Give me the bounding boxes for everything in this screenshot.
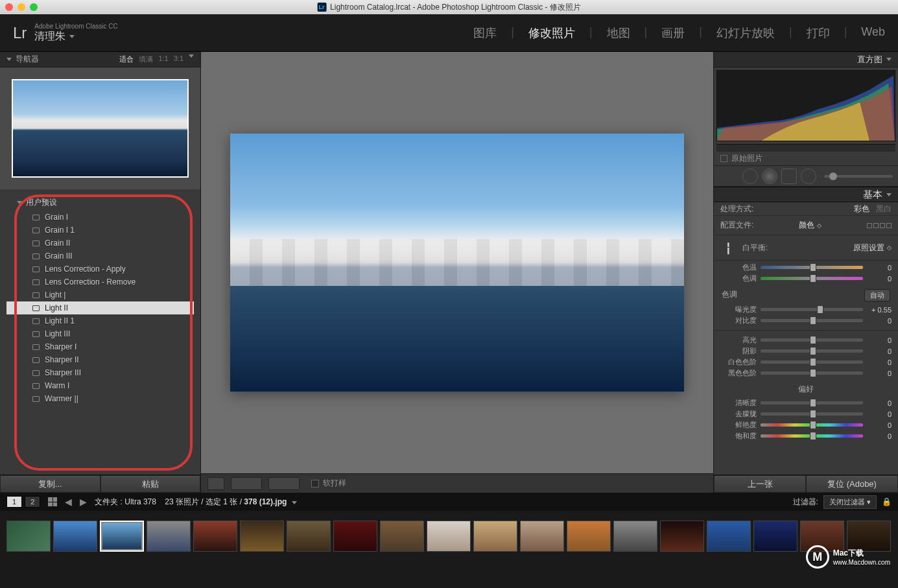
filter-dropdown[interactable]: 关闭过滤器 ▾ bbox=[823, 495, 877, 509]
preset-item[interactable]: Light | bbox=[6, 288, 194, 301]
folder-path[interactable]: 文件夹 : Ultra 378 bbox=[95, 497, 156, 506]
preset-item[interactable]: Light II 1 bbox=[6, 314, 194, 327]
spot-removal-button[interactable] bbox=[742, 169, 758, 184]
slider-去朦胧[interactable]: 去朦胧0 bbox=[720, 408, 892, 419]
preset-item[interactable]: Light II bbox=[6, 301, 194, 314]
previous-button[interactable]: 上一张 bbox=[714, 475, 806, 493]
filmstrip-thumb[interactable] bbox=[240, 521, 284, 552]
zoom-1:1[interactable]: 1:1 bbox=[158, 54, 168, 64]
histogram[interactable] bbox=[716, 70, 895, 141]
module-地图[interactable]: 地图 bbox=[607, 25, 630, 41]
before-after-button[interactable] bbox=[231, 477, 262, 490]
preset-item[interactable]: Grain I bbox=[6, 211, 194, 224]
copy-settings-button[interactable]: 复制... bbox=[0, 475, 100, 493]
module-图库[interactable]: 图库 bbox=[473, 25, 497, 41]
filmstrip-thumb[interactable] bbox=[753, 521, 798, 552]
slider-饱和度[interactable]: 饱和度0 bbox=[720, 430, 892, 441]
loupe-view-button[interactable] bbox=[207, 477, 224, 490]
preset-item[interactable]: Lens Correction - Remove bbox=[6, 276, 194, 288]
filmstrip[interactable] bbox=[0, 511, 898, 561]
navigator-header[interactable]: 导航器 适合填满1:13:1 bbox=[0, 52, 200, 67]
slider-清晰度[interactable]: 清晰度0 bbox=[720, 397, 892, 408]
preset-item[interactable]: Sharper III bbox=[6, 366, 194, 379]
filmstrip-thumb[interactable] bbox=[100, 521, 144, 552]
module-幻灯片放映[interactable]: 幻灯片放映 bbox=[716, 25, 775, 41]
filmstrip-thumb[interactable] bbox=[473, 521, 517, 552]
crop-tool-button[interactable] bbox=[719, 176, 738, 176]
preset-item[interactable]: Warm I bbox=[6, 379, 194, 392]
image-canvas[interactable] bbox=[201, 52, 713, 473]
secondary-display-button[interactable]: 2 bbox=[25, 496, 40, 508]
filmstrip-thumb[interactable] bbox=[660, 521, 704, 552]
profile-browser-button[interactable] bbox=[867, 223, 892, 228]
filmstrip-thumb[interactable] bbox=[147, 521, 191, 552]
radial-filter-button[interactable] bbox=[801, 169, 816, 184]
maximize-window-button[interactable] bbox=[30, 3, 38, 11]
paste-settings-button[interactable]: 粘贴 bbox=[100, 475, 201, 493]
preset-item[interactable]: Grain III bbox=[6, 250, 194, 263]
preset-item[interactable]: Light III bbox=[6, 327, 194, 340]
slider-对比度[interactable]: 对比度0 bbox=[720, 315, 892, 326]
histogram-sections[interactable] bbox=[716, 144, 895, 152]
reset-button[interactable]: 复位 (Adobe) bbox=[806, 475, 898, 493]
preset-item[interactable]: Grain I 1 bbox=[6, 224, 194, 237]
wb-preset-dropdown[interactable]: 原照设置◇ bbox=[853, 242, 892, 253]
slider-阴影[interactable]: 阴影0 bbox=[720, 346, 892, 357]
slider-白色色阶[interactable]: 白色色阶0 bbox=[720, 357, 892, 368]
original-photo-row[interactable]: 原始照片 bbox=[714, 152, 898, 166]
soft-proof-toggle[interactable]: 软打样 bbox=[311, 478, 346, 489]
preset-folder-header[interactable]: 用户预设 bbox=[6, 194, 194, 211]
zoom-填满[interactable]: 填满 bbox=[139, 54, 153, 64]
auto-tone-button[interactable]: 自动 bbox=[864, 289, 890, 301]
preset-item[interactable]: Sharper II bbox=[6, 353, 194, 366]
preset-item[interactable]: Grain II bbox=[6, 237, 194, 250]
preset-item[interactable]: Lens Correction - Apply bbox=[6, 263, 194, 276]
module-画册[interactable]: 画册 bbox=[661, 25, 685, 41]
redeye-tool-button[interactable] bbox=[762, 169, 777, 184]
slider-色调[interactable]: 色调0 bbox=[720, 273, 892, 284]
profile-dropdown[interactable]: 颜色 ◇ bbox=[799, 220, 821, 231]
filmstrip-thumb[interactable] bbox=[567, 521, 611, 552]
brush-size-slider[interactable] bbox=[824, 175, 893, 178]
slider-色温[interactable]: 色温0 bbox=[720, 262, 892, 273]
filmstrip-thumb[interactable] bbox=[520, 521, 564, 552]
chevron-down-icon[interactable] bbox=[292, 501, 297, 504]
filmstrip-thumb[interactable] bbox=[53, 521, 97, 552]
filmstrip-thumb[interactable] bbox=[287, 521, 331, 552]
filmstrip-thumb[interactable] bbox=[333, 521, 377, 552]
primary-display-button[interactable]: 1 bbox=[6, 496, 22, 508]
filmstrip-thumb[interactable] bbox=[613, 521, 657, 552]
histogram-header[interactable]: 直方图 bbox=[714, 52, 898, 67]
grid-view-button[interactable] bbox=[48, 497, 57, 506]
zoom-适合[interactable]: 适合 bbox=[119, 54, 134, 64]
slider-黑色色阶[interactable]: 黑色色阶0 bbox=[720, 368, 892, 379]
basic-panel-header[interactable]: 基本 bbox=[714, 187, 898, 202]
slider-高光[interactable]: 高光0 bbox=[720, 335, 892, 346]
zoom-3:1[interactable]: 3:1 bbox=[174, 54, 183, 64]
filmstrip-thumb[interactable] bbox=[427, 521, 471, 552]
close-window-button[interactable] bbox=[5, 3, 13, 11]
color-treatment-button[interactable]: 彩色 bbox=[854, 204, 869, 215]
module-打印[interactable]: 打印 bbox=[807, 25, 830, 41]
identity-plate[interactable]: 清理朱 bbox=[34, 30, 117, 43]
eyedropper-icon[interactable] bbox=[717, 237, 737, 257]
lock-icon[interactable]: 🔒 bbox=[882, 497, 892, 506]
navigator-preview[interactable] bbox=[0, 67, 200, 189]
minimize-window-button[interactable] bbox=[18, 3, 25, 11]
filmstrip-thumb[interactable] bbox=[707, 521, 751, 552]
compare-view-button[interactable] bbox=[268, 477, 300, 490]
filmstrip-thumb[interactable] bbox=[380, 521, 424, 552]
nav-forward-button[interactable]: ▶ bbox=[80, 497, 87, 507]
filmstrip-thumb[interactable] bbox=[193, 521, 237, 552]
nav-back-button[interactable]: ◀ bbox=[65, 497, 72, 507]
bw-treatment-button[interactable]: 黑白 bbox=[876, 204, 892, 215]
preset-item[interactable]: Sharper I bbox=[6, 340, 194, 353]
module-Web[interactable]: Web bbox=[861, 25, 885, 41]
filmstrip-thumb[interactable] bbox=[6, 521, 51, 552]
graduated-filter-button[interactable] bbox=[781, 169, 797, 184]
module-修改照片[interactable]: 修改照片 bbox=[528, 25, 575, 41]
slider-鲜艳度[interactable]: 鲜艳度0 bbox=[720, 419, 892, 430]
preset-item[interactable]: Warmer || bbox=[6, 392, 194, 405]
chevron-down-icon[interactable] bbox=[189, 54, 194, 58]
slider-曝光度[interactable]: 曝光度+ 0.55 bbox=[720, 304, 892, 315]
